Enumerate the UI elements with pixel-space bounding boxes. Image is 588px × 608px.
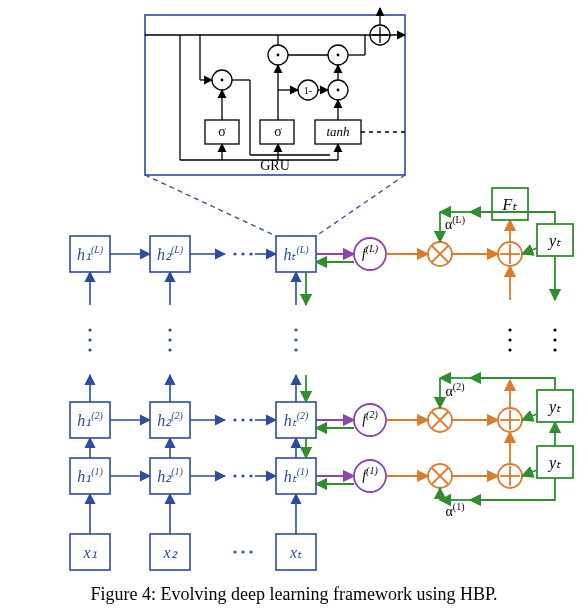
svg-point-40 xyxy=(337,54,340,57)
green-arrows xyxy=(306,212,555,500)
svg-point-141 xyxy=(88,328,91,331)
svg-rect-0 xyxy=(145,15,405,175)
svg-point-137 xyxy=(249,474,252,477)
svg-point-37 xyxy=(221,79,224,82)
svg-rect-4 xyxy=(260,120,294,144)
svg-rect-42 xyxy=(150,236,190,272)
dots xyxy=(88,252,297,553)
svg-rect-45 xyxy=(150,402,190,438)
svg-line-114 xyxy=(522,470,537,476)
svg-point-38 xyxy=(277,54,280,57)
svg-point-76 xyxy=(354,460,386,492)
svg-point-152 xyxy=(553,348,556,351)
green-boxes xyxy=(492,188,573,478)
svg-rect-5 xyxy=(315,120,361,144)
svg-rect-47 xyxy=(70,458,110,494)
orange-ops xyxy=(428,242,522,488)
svg-point-140 xyxy=(249,550,252,553)
svg-point-143 xyxy=(88,348,91,351)
svg-point-142 xyxy=(88,338,91,341)
svg-rect-43 xyxy=(276,236,316,272)
svg-point-147 xyxy=(294,328,297,331)
svg-point-148 xyxy=(294,338,297,341)
svg-point-145 xyxy=(168,338,171,341)
svg-line-2 xyxy=(316,175,405,236)
svg-rect-49 xyxy=(276,458,316,494)
svg-rect-46 xyxy=(276,402,316,438)
svg-point-39 xyxy=(337,89,340,92)
svg-point-151 xyxy=(553,338,556,341)
svg-point-138 xyxy=(233,550,236,553)
f-circles xyxy=(354,238,386,492)
svg-point-139 xyxy=(241,550,244,553)
svg-point-134 xyxy=(249,418,252,421)
svg-rect-52 xyxy=(276,534,316,570)
dots-right xyxy=(508,328,556,351)
svg-point-153 xyxy=(508,328,511,331)
svg-rect-110 xyxy=(537,390,573,422)
h-to-f xyxy=(316,254,354,476)
svg-point-133 xyxy=(241,418,244,421)
gru-box xyxy=(145,15,405,175)
svg-point-75 xyxy=(354,404,386,436)
svg-point-154 xyxy=(508,338,511,341)
svg-rect-44 xyxy=(70,402,110,438)
svg-rect-3 xyxy=(205,120,239,144)
svg-point-74 xyxy=(354,238,386,270)
svg-rect-108 xyxy=(492,188,528,220)
gru-internals xyxy=(145,8,405,160)
svg-rect-109 xyxy=(537,224,573,256)
svg-rect-41 xyxy=(70,236,110,272)
svg-point-130 xyxy=(241,252,244,255)
blue-horiz xyxy=(110,254,276,476)
zoom-lines xyxy=(145,175,405,236)
svg-point-155 xyxy=(508,348,511,351)
svg-rect-50 xyxy=(70,534,110,570)
svg-point-150 xyxy=(553,328,556,331)
svg-point-144 xyxy=(168,328,171,331)
svg-point-136 xyxy=(241,474,244,477)
svg-point-149 xyxy=(294,348,297,351)
orange-arrows xyxy=(386,220,510,476)
svg-point-135 xyxy=(233,474,236,477)
svg-line-113 xyxy=(522,414,537,420)
figure-caption: Figure 4: Evolving deep learning framewo… xyxy=(91,584,498,605)
blue-vert xyxy=(90,272,296,534)
svg-point-146 xyxy=(168,348,171,351)
svg-rect-111 xyxy=(537,446,573,478)
svg-line-112 xyxy=(522,248,537,254)
h-boxes xyxy=(70,236,316,570)
svg-point-129 xyxy=(233,252,236,255)
svg-line-1 xyxy=(145,175,276,236)
svg-rect-48 xyxy=(150,458,190,494)
svg-rect-51 xyxy=(150,534,190,570)
svg-point-132 xyxy=(233,418,236,421)
svg-point-131 xyxy=(249,252,252,255)
svg-point-11 xyxy=(298,80,318,100)
